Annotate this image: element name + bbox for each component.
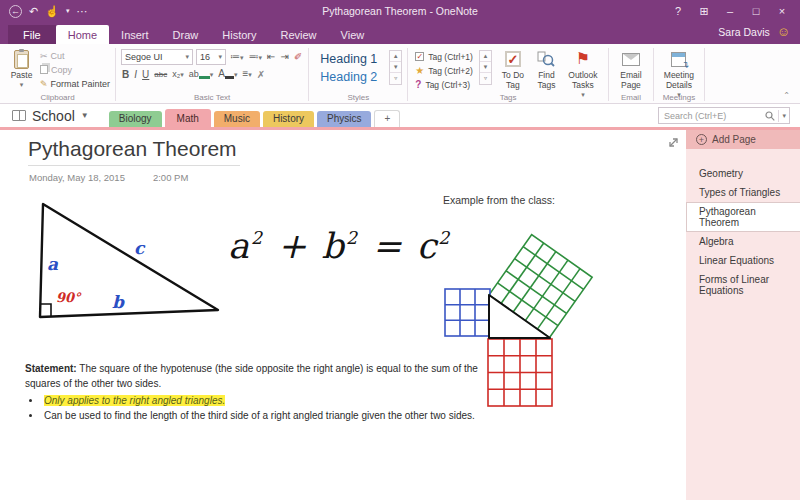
user-name[interactable]: Sara Davis: [718, 26, 769, 38]
search-scope-dropdown-icon[interactable]: ▾: [782, 112, 786, 120]
qat-dropdown-icon[interactable]: ▾: [66, 7, 70, 15]
section-tab-math[interactable]: Math: [165, 109, 211, 127]
blue-square: [445, 289, 490, 336]
statement-block[interactable]: Statement: The square of the hypotenuse …: [25, 361, 487, 423]
to-do-tag-button[interactable]: ✓ To Do Tag: [496, 47, 530, 92]
tags-scroll-up-icon[interactable]: ▲: [480, 51, 491, 62]
search-input[interactable]: [664, 111, 762, 121]
paste-dropdown-icon[interactable]: ▾: [20, 81, 24, 89]
collapse-ribbon-icon[interactable]: ⌃: [783, 91, 790, 100]
font-size-select[interactable]: 16▾: [196, 49, 226, 65]
page-item-geometry[interactable]: Geometry: [686, 164, 800, 183]
copy-icon: [40, 65, 48, 74]
meetings-group-label: Meetings: [654, 93, 704, 102]
styles-scroll: ▲ ▼ ▿: [389, 50, 402, 85]
customize-qat-icon[interactable]: ⋯: [76, 5, 87, 18]
todo-tag-icon: ✓: [415, 52, 424, 61]
full-page-view-icon[interactable]: [667, 136, 680, 149]
font-color-button[interactable]: A▾: [217, 67, 238, 82]
styles-scroll-down-icon[interactable]: ▼: [390, 62, 401, 73]
italic-button[interactable]: I: [133, 68, 138, 82]
search-box: ▾: [658, 107, 790, 124]
section-tab-history[interactable]: History: [263, 111, 314, 127]
tab-history[interactable]: History: [210, 25, 268, 44]
tab-draw[interactable]: Draw: [161, 25, 211, 44]
underline-button[interactable]: U: [141, 68, 150, 82]
tab-review[interactable]: Review: [269, 25, 329, 44]
style-heading-2[interactable]: Heading 2: [314, 68, 387, 86]
star-tag-icon: ★: [415, 65, 424, 76]
find-tags-icon: [537, 50, 555, 68]
clear-formatting-icon[interactable]: ✐: [293, 50, 303, 64]
date-text: Monday, May 18, 2015: [29, 172, 125, 183]
paste-button[interactable]: Paste ▾: [5, 47, 38, 90]
tag-ctrl1[interactable]: ✓ Tag (Ctrl+1): [415, 50, 473, 63]
back-icon[interactable]: ←: [9, 5, 22, 18]
cut-button[interactable]: ✂ Cut: [40, 49, 110, 62]
copy-button[interactable]: Copy: [40, 63, 110, 76]
close-button[interactable]: ×: [769, 1, 795, 21]
touch-mode-icon[interactable]: ☝: [45, 5, 59, 18]
decrease-indent-icon[interactable]: ⇤: [266, 50, 276, 64]
tab-insert[interactable]: Insert: [109, 25, 161, 44]
bold-button[interactable]: B: [121, 68, 130, 82]
find-tags-button[interactable]: Find Tags: [530, 47, 563, 92]
font-name-select[interactable]: Segoe UI▾: [121, 49, 193, 65]
highlight-button[interactable]: ab▾: [188, 67, 215, 82]
bullet-item: Only applies to the right angled triangl…: [42, 393, 487, 408]
triangle-drawing[interactable]: a c b 90°: [22, 196, 222, 326]
minimize-button[interactable]: –: [717, 1, 743, 21]
file-tab[interactable]: File: [8, 25, 56, 44]
tag-ctrl3[interactable]: ? Tag (Ctrl+3): [415, 78, 473, 91]
bullets-icon[interactable]: ≔▾: [229, 50, 245, 65]
format-painter-button[interactable]: ✎ Format Painter: [40, 77, 110, 90]
meeting-details-button[interactable]: Meeting Details ▾: [659, 47, 699, 100]
styles-group: Heading 1 Heading 2 ▲ ▼ ▿ Styles: [309, 46, 407, 103]
undo-icon[interactable]: ↶: [29, 5, 38, 18]
numbering-icon[interactable]: ≕▾: [248, 50, 264, 65]
add-page-button[interactable]: + Add Page: [686, 130, 800, 149]
style-heading-1[interactable]: Heading 1: [314, 50, 387, 68]
maximize-button[interactable]: □: [743, 1, 769, 21]
page-item-pythagorean-theorem[interactable]: Pythagorean Theorem: [686, 202, 800, 232]
triangle-label-a: a: [47, 254, 59, 274]
page-item-linear-equations[interactable]: Linear Equations: [686, 251, 800, 270]
page-canvas[interactable]: Pythagorean Theorem Monday, May 18, 2015…: [0, 130, 686, 500]
search-separator: [778, 110, 779, 122]
ribbon-display-options-button[interactable]: ⊞: [691, 1, 717, 21]
tab-home[interactable]: Home: [56, 25, 109, 44]
notebook-switcher[interactable]: School ▼: [12, 104, 89, 127]
section-tab-music[interactable]: Music: [214, 111, 260, 127]
section-tab-physics[interactable]: Physics: [317, 111, 371, 127]
section-tab-biology[interactable]: Biology: [109, 111, 162, 127]
page-item-types-of-triangles[interactable]: Types of Triangles: [686, 183, 800, 202]
delete-icon[interactable]: ✗: [256, 68, 266, 82]
page-item-algebra[interactable]: Algebra: [686, 232, 800, 251]
paragraph-alignment-icon[interactable]: ≡▾: [241, 67, 252, 82]
page-item-forms-of-linear-equations[interactable]: Forms of Linear Equations: [686, 270, 800, 300]
page-list-sidebar: + Add Page Geometry Types of Triangles P…: [686, 130, 800, 500]
handwritten-equation[interactable]: a2 + b2 = c2: [228, 226, 451, 266]
search-icon[interactable]: [765, 111, 775, 121]
new-section-tab[interactable]: +: [374, 110, 400, 127]
strikethrough-button[interactable]: abc: [153, 67, 168, 82]
styles-more-icon[interactable]: ▿: [390, 73, 401, 84]
page-title[interactable]: Pythagorean Theorem: [28, 137, 240, 166]
email-page-button[interactable]: Email Page: [614, 47, 648, 92]
feedback-smiley-icon[interactable]: ☺: [777, 24, 790, 39]
tags-group-label: Tags: [408, 93, 608, 102]
main-area: Pythagorean Theorem Monday, May 18, 2015…: [0, 130, 800, 500]
subscript-button[interactable]: x₂▾: [171, 67, 185, 82]
plus-icon: +: [696, 134, 707, 145]
clipboard-group: Paste ▾ ✂ Cut Copy ✎ Format Painter Clip…: [0, 46, 115, 103]
tag-ctrl2[interactable]: ★ Tag (Ctrl+2): [415, 64, 473, 77]
tags-scroll-down-icon[interactable]: ▼: [480, 62, 491, 73]
help-button[interactable]: ?: [665, 1, 691, 21]
tags-more-icon[interactable]: ▿: [480, 73, 491, 84]
basic-text-group-label: Basic Text: [116, 93, 308, 102]
styles-scroll-up-icon[interactable]: ▲: [390, 51, 401, 62]
increase-indent-icon[interactable]: ⇥: [280, 50, 290, 64]
example-caption: Example from the class:: [443, 194, 555, 206]
tab-view[interactable]: View: [329, 25, 377, 44]
outlook-tasks-button[interactable]: ⚑ Outlook Tasks ▾: [563, 47, 603, 100]
